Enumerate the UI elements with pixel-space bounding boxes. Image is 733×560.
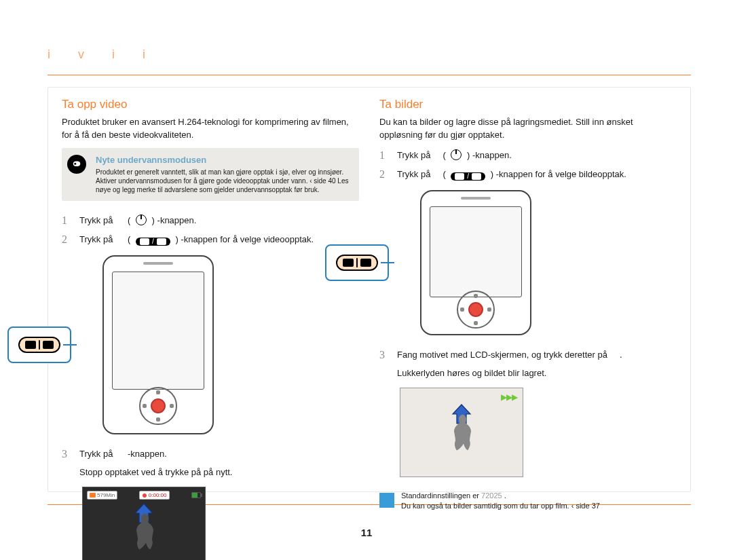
heading-video: Ta opp video xyxy=(62,98,359,111)
silhouette-icon xyxy=(129,510,159,558)
mode-switch-icon: / xyxy=(451,172,485,181)
step-3-sub-video: Stopp opptaket ved å trykke på på nytt. xyxy=(79,466,232,479)
step-text-post: . xyxy=(620,350,622,360)
step-text-pre: Trykk på xyxy=(397,169,430,179)
step-2-video: 2 Trykk på ( / ) -knappen for å velge vi… xyxy=(62,232,359,247)
device-speaker xyxy=(461,197,491,200)
step-text-post: -knappen. xyxy=(157,215,197,225)
scuba-diver-icon xyxy=(67,155,86,174)
step-text-pre: Trykk på xyxy=(79,215,113,225)
record-time-badge: 0:00:00 xyxy=(139,491,170,500)
manual-page: i v i i Ta opp video Produktet bruker en… xyxy=(0,0,733,560)
mode-callout xyxy=(7,326,71,363)
fast-forward-icon: ▶▶▶ xyxy=(501,392,517,402)
chapter-deco-text: i v i i xyxy=(48,48,157,62)
step-number: 3 xyxy=(379,348,390,379)
info-line1c: . xyxy=(504,491,506,500)
battery-icon xyxy=(191,491,201,500)
step-number: 1 xyxy=(62,213,73,228)
page-number: 11 xyxy=(361,527,373,538)
steps-photo-cont: 3 Fang motivet med LCD-skjermen, og tryk… xyxy=(379,348,677,379)
mode-switch-icon xyxy=(18,337,60,353)
content-frame: Ta opp video Produktet bruker en avanser… xyxy=(48,87,691,492)
silhouette-icon xyxy=(447,411,476,459)
svg-point-0 xyxy=(74,163,76,165)
device-illustration xyxy=(420,190,531,335)
mode-switch-icon: / xyxy=(136,238,170,246)
info-square-icon xyxy=(379,493,394,508)
steps-photo: 1 Trykk på ( ) -knappen. 2 Trykk på ( / xyxy=(379,148,677,182)
underwater-note: Nyte undervannsmodusen Produktet er gene… xyxy=(62,148,359,201)
step-1-photo: 1 Trykk på ( ) -knappen. xyxy=(379,148,677,163)
device-illustration-wrap xyxy=(400,190,677,335)
min-remaining-badge: 579Min xyxy=(87,491,117,500)
mode-callout xyxy=(325,244,389,281)
device-dpad xyxy=(139,387,177,425)
steps-video-cont: 3 Trykk på -knappen. Stopp opptaket ved … xyxy=(62,447,359,479)
device-illustration xyxy=(102,255,214,434)
power-icon xyxy=(451,149,462,160)
step-text-post: -knappen for å velge videoopptak. xyxy=(181,234,314,244)
step-text-pre: Trykk på xyxy=(397,150,430,160)
step-text-post: -knappen. xyxy=(128,449,167,459)
device-screen xyxy=(430,206,522,297)
step-3-photo: 3 Fang motivet med LCD-skjermen, og tryk… xyxy=(379,348,677,379)
device-illustration-wrap xyxy=(82,255,359,434)
info-line2: Du kan også ta bilder samtidig som du ta… xyxy=(401,501,600,511)
lcd-preview-video: 579Min 0:00:00 Pause xyxy=(82,487,206,560)
device-dpad xyxy=(457,291,495,329)
rule-top xyxy=(48,75,691,76)
intro-photo: Du kan ta bilder og lagre disse på lagri… xyxy=(379,115,677,141)
heading-photo: Ta bilder xyxy=(379,98,677,111)
col-right: Ta bilder Du kan ta bilder og lagre diss… xyxy=(379,98,677,483)
step-text-post: -knappen. xyxy=(472,150,512,160)
info-line1a: Standardinnstillingen er xyxy=(401,491,481,500)
step-1-video: 1 Trykk på ( ) -knappen. xyxy=(62,213,359,228)
step-2-photo: 2 Trykk på ( / ) -knappen for å velge bi… xyxy=(379,167,677,182)
lcd-preview-photo: ▶▶▶ xyxy=(400,388,523,477)
step-text-pre: Trykk på xyxy=(79,449,113,459)
col-left: Ta opp video Produktet bruker en avanser… xyxy=(62,98,359,483)
underwater-title: Nyte undervannsmodusen xyxy=(96,155,351,165)
step-number: 2 xyxy=(379,167,390,182)
step-number: 1 xyxy=(379,148,390,163)
intro-video: Produktet bruker en avansert H.264-tekno… xyxy=(62,115,359,141)
step-number: 2 xyxy=(62,232,73,247)
step-text-post: -knappen for å velge bildeopptak. xyxy=(496,169,626,179)
steps-video: 1 Trykk på ( ) -knappen. 2 Trykk på ( xyxy=(62,213,359,247)
device-screen xyxy=(112,272,204,390)
mode-switch-icon xyxy=(336,255,378,271)
step-text-pre: Trykk på xyxy=(79,234,113,244)
device-speaker xyxy=(143,262,173,265)
step-number: 3 xyxy=(62,447,73,479)
underwater-text: Produktet er generelt vanntett, slik at … xyxy=(96,168,351,194)
step-3-sub-photo: Lukkerlyden høres og bildet blir lagret. xyxy=(397,367,622,379)
power-icon xyxy=(136,214,147,225)
info-line1b: 72025 xyxy=(481,491,502,500)
step-3-video: 3 Trykk på -knappen. Stopp opptaket ved … xyxy=(62,447,359,479)
step-text-pre: Fang motivet med LCD-skjermen, og trykk … xyxy=(397,350,607,360)
info-note: Standardinnstillingen er 72025 . Du kan … xyxy=(379,491,677,511)
